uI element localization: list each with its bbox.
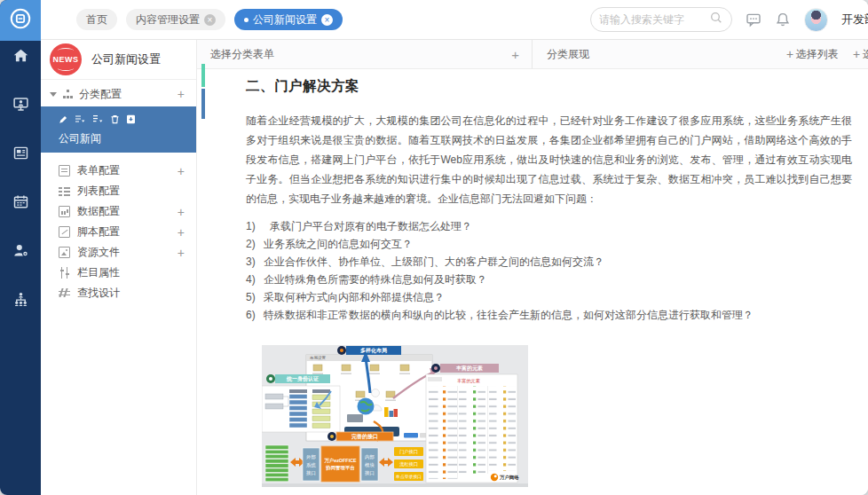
svg-text:接口: 接口 [306, 470, 316, 476]
chevron-down-icon[interactable] [50, 92, 57, 97]
app-logo-icon [9, 7, 32, 34]
delete-icon[interactable] [110, 112, 120, 128]
document-preview: 二、门户解决方案 随着企业经营规模的扩大，大规模的集团公司在信息化的过程中，已经… [197, 69, 868, 495]
tree-item[interactable]: 脚本配置 + [41, 222, 196, 242]
notification-bell-icon[interactable] [775, 12, 791, 28]
tree-item-label: 资源文件 [77, 245, 120, 260]
tree-item-icon [59, 247, 70, 258]
diagram-banner-layout: 多样化布局 [360, 347, 387, 354]
content-news-icon[interactable] [0, 142, 41, 163]
tree-item[interactable]: 查找设计 [41, 283, 196, 303]
tree-node-label: 分类配置 [79, 87, 122, 102]
add-icon[interactable]: + [511, 47, 519, 62]
panel-action-label: 选择 [863, 47, 868, 62]
search-input[interactable] [599, 13, 709, 26]
plus-icon: + [786, 47, 793, 61]
nav-tab[interactable]: 内容管理设置 [126, 9, 225, 30]
add-icon[interactable]: + [178, 165, 185, 177]
svg-text:外部: 外部 [306, 454, 316, 460]
tab-close-icon[interactable] [321, 14, 333, 26]
scroll-indicator-teal[interactable] [201, 64, 205, 87]
panel-action-button[interactable]: + 选择 [853, 47, 868, 62]
topbar-right: 开发部长 [590, 7, 868, 32]
list-number: 3) [246, 253, 264, 271]
save-icon[interactable] [126, 112, 136, 128]
tab-strip: 首页 内容管理设置 公司新闻设置 [76, 9, 343, 30]
list-number: 6) [246, 306, 264, 324]
tree-item-label: 查找设计 [77, 286, 120, 301]
svg-text:模块: 模块 [365, 462, 375, 468]
tree-item[interactable]: 栏目属性 [41, 263, 196, 283]
nav-tab[interactable]: 公司新闻设置 [234, 9, 343, 30]
user-settings-icon[interactable] [0, 240, 41, 261]
home-icon[interactable] [0, 44, 41, 66]
panel-title: 选择分类表单 [210, 47, 274, 62]
doc-heading: 二、门户解决方案 [246, 77, 852, 96]
tree-item-label: 列表配置 [77, 184, 120, 199]
avatar[interactable] [804, 8, 828, 32]
svg-text:内部: 内部 [365, 454, 375, 460]
tree-item-label: 栏目属性 [77, 265, 120, 280]
app-window: 首页 内容管理设置 公司新闻设置 [0, 0, 868, 495]
svg-text:流程接口: 流程接口 [399, 461, 418, 468]
add-icon[interactable]: + [178, 247, 185, 259]
edit-icon[interactable] [59, 112, 68, 128]
tree-item[interactable]: 资源文件 + [41, 242, 196, 263]
tree-item[interactable]: 列表配置 [41, 181, 196, 201]
app-logo[interactable] [0, 0, 41, 41]
search-box [590, 7, 732, 32]
svg-text:协同管理平台: 协同管理平台 [325, 465, 355, 471]
add-icon[interactable]: + [178, 226, 185, 239]
tree-node-label: 公司新闻 [59, 131, 196, 146]
tree-items: 表单配置 + 列表配置 数据配置 + 脚本配置 + 资源文件 + 栏目属性 [41, 153, 196, 303]
add-sibling-icon[interactable] [75, 112, 86, 128]
module-title: 公司新闻设置 [91, 51, 161, 67]
calendar-icon[interactable] [0, 191, 41, 212]
diagram-banner-interface: 完善的接口 [351, 433, 378, 440]
list-text: 承载门户平台对原有的电子数据怎么处理？ [264, 217, 472, 235]
list-number: 2) [246, 235, 264, 253]
tree-node-category-config[interactable]: 分类配置 + [41, 82, 196, 106]
doc-list-item: 3) 企业合作伙伴、协作单位、上级部门、大的客户群之间的信息如何交流？ [246, 253, 852, 271]
tab-label: 公司新闻设置 [253, 12, 317, 28]
add-icon[interactable]: + [178, 88, 185, 100]
tree-node-selected[interactable]: 公司新闻 [41, 106, 196, 153]
doc-list-item: 5) 采取何种方式向内部和外部提供信息？ [246, 288, 852, 306]
topbar: 首页 内容管理设置 公司新闻设置 [41, 0, 868, 40]
nav-rail [0, 0, 41, 495]
doc-list: 1) 承载门户平台对原有的电子数据怎么处理？ 2) 业务系统之间的信息如何交互？… [246, 217, 852, 324]
tree-item-icon [59, 185, 70, 197]
panel-action-label: 选择列表 [796, 47, 839, 62]
svg-text:接口: 接口 [365, 470, 375, 476]
panel-actions: + 选择列表 + 选择 [786, 47, 868, 62]
tab-active-dot [244, 18, 249, 22]
nav-tab[interactable]: 首页 [76, 9, 117, 30]
message-icon[interactable] [746, 12, 761, 28]
tree-item[interactable]: 数据配置 + [41, 201, 196, 222]
diagram-banner-identity: 统一身份认证 [286, 375, 319, 382]
panel-action-button[interactable]: + 选择列表 [786, 47, 839, 62]
module-sidebar: NEWS 公司新闻设置 分类配置 + 公司新闻 表单配置 + [41, 40, 197, 495]
search-icon[interactable] [709, 11, 723, 28]
list-number: 5) [246, 288, 264, 306]
plus-icon: + [853, 47, 860, 61]
add-icon[interactable]: + [178, 206, 185, 218]
tree-item[interactable]: 表单配置 + [41, 161, 196, 181]
form-select-panel-header: 选择分类表单 + [197, 40, 533, 68]
list-text: 企业特殊角色所需要的特殊信息如何及时获取？ [264, 271, 487, 288]
scroll-indicator-blue[interactable] [201, 89, 205, 119]
video-terminal-icon[interactable] [0, 93, 41, 114]
display-panel-header: 分类展现 + 选择列表 + 选择 [533, 40, 868, 68]
add-child-icon[interactable] [92, 112, 104, 128]
username[interactable]: 开发部长 [841, 12, 868, 28]
svg-text:万户ezOFFICE: 万户ezOFFICE [323, 458, 357, 464]
tab-label: 内容管理设置 [136, 12, 200, 28]
doc-list-item: 1) 承载门户平台对原有的电子数据怎么处理？ [246, 217, 852, 235]
portal-solution-diagram: 布局设置 [262, 345, 528, 487]
panel-headers: 选择分类表单 + 分类展现 + 选择列表 + 选择 [197, 40, 868, 69]
diagram-list-title: 丰富的元素 [457, 378, 480, 384]
news-logo: NEWS [50, 43, 82, 75]
list-number: 4) [246, 271, 264, 288]
tab-close-icon[interactable] [204, 14, 216, 26]
org-structure-icon[interactable] [0, 288, 41, 310]
